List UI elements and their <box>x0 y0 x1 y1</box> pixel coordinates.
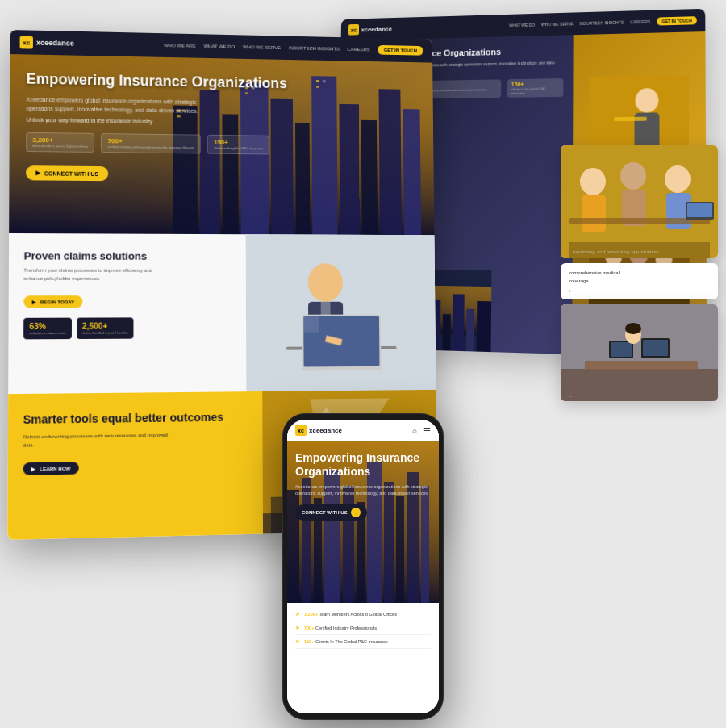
connect-arrow-icon: ▶ <box>35 169 40 176</box>
right-side-panels: mentoring, and networking opportunities … <box>561 145 718 401</box>
mobile-outer: xc xceedance ⌕ ☰ <box>282 413 444 720</box>
mobile-device: xc xceedance ⌕ ☰ <box>282 413 444 720</box>
back-get-in-touch-btn[interactable]: GET IN TOUCH <box>657 16 696 25</box>
mobile-connect-arrow-icon: → <box>351 508 361 517</box>
front-hero: Empowering Insurance Organizations Xceed… <box>9 54 434 235</box>
claims-text: Transform your claims processes to impro… <box>23 267 155 283</box>
learn-how-btn[interactable]: ▶ LEARN HOW <box>23 462 78 476</box>
front-stat-3: 150+ clients in the global P&C insurance <box>207 135 269 155</box>
back-nav-items: WHAT WE DO WHO WE SERVE INSURTECH INSIGH… <box>509 16 697 29</box>
mobile-connect-label: CONNECT WITH US <box>302 510 348 515</box>
claims-stat-handled: 2,500+ claims handled in just 2 months <box>77 318 134 340</box>
svg-rect-55 <box>303 316 319 333</box>
tools-left: Smarter tools equal better outcomes Reth… <box>7 391 263 540</box>
mobile-hero-title: Empowering Insurance Organizations <box>295 451 431 479</box>
front-stat-2: 700+ certified industry professionals ac… <box>101 133 201 154</box>
right-panel-meeting: mentoring, and networking opportunities <box>561 145 718 258</box>
front-nav-items: WHO WE ARE WHAT WE DO WHO WE SERVE INSUR… <box>164 43 369 52</box>
professionals-svg <box>589 75 689 149</box>
svg-point-87 <box>620 162 646 190</box>
front-nav-whatwedo[interactable]: WHAT WE DO <box>204 44 236 49</box>
claims-right-image <box>246 234 436 391</box>
front-nav-whoweare[interactable]: WHO WE ARE <box>164 43 196 48</box>
mobile-search-icon[interactable]: ⌕ <box>412 426 417 435</box>
claims-stat-reduction: 63% reduction in claims costs <box>23 318 71 340</box>
back-logo-text: xceedance <box>361 25 392 33</box>
svg-point-89 <box>665 165 691 193</box>
front-nav-whoweserve[interactable]: WHO WE SERVE <box>243 44 281 50</box>
back-nav-careers[interactable]: CAREERS <box>630 19 650 25</box>
svg-point-49 <box>308 263 343 302</box>
svg-rect-98 <box>561 369 718 401</box>
front-stat-1: 3,200+ team members across 8 global offi… <box>26 132 94 153</box>
front-hero-tagline: Unlock your way forward in the insurance… <box>26 117 418 128</box>
mobile-logo: xc xceedance <box>295 425 342 436</box>
svg-rect-10 <box>443 314 451 351</box>
front-logo-text: xceedance <box>36 39 74 48</box>
front-hero-content: Empowering Insurance Organizations Xceed… <box>26 70 419 183</box>
claims-left: Proven claims solutions Transform your c… <box>8 233 246 394</box>
right-panel-text-content: comprehensive medicalcoverage <box>569 270 710 285</box>
back-nav-whoweserve[interactable]: WHO WE SERVE <box>541 21 574 27</box>
mobile-screen: xc xceedance ⌕ ☰ <box>287 420 439 713</box>
front-logo: xc xceedance <box>20 36 74 49</box>
svg-rect-99 <box>585 361 698 370</box>
front-get-in-touch-btn[interactable]: GET IN TOUCH <box>378 45 423 56</box>
mobile-stat-row-1: ➤ 3,200+ Team Members Across 8 Global Of… <box>295 608 431 621</box>
claims-laptop-img <box>246 234 436 391</box>
svg-rect-11 <box>453 294 464 351</box>
scene: xc xceedance WHAT WE DO WHO WE SERVE INS… <box>0 0 726 728</box>
front-hero-stats: 3,200+ team members across 8 global offi… <box>26 132 418 157</box>
mobile-menu-icon[interactable]: ☰ <box>424 426 431 435</box>
right-office-svg: ... <box>561 304 718 401</box>
svg-line-56 <box>326 338 342 342</box>
mobile-stat-text-2: 700+ Certified Industry Professionals <box>304 625 377 630</box>
front-claims: Proven claims solutions Transform your c… <box>8 233 436 394</box>
svg-text:mentoring, and networking oppo: mentoring, and networking opportunities <box>573 249 659 254</box>
tools-text: Rethink underwriting processes with new … <box>23 432 173 450</box>
svg-rect-13 <box>477 301 491 352</box>
mobile-stat-text-1: 3,200+ Team Members Across 8 Global Offi… <box>304 612 397 617</box>
tools-title: Smarter tools equal better outcomes <box>23 409 248 427</box>
mobile-stats: ➤ 3,200+ Team Members Across 8 Global Of… <box>287 603 439 713</box>
mobile-hero: Empowering Insurance Organizations Xceed… <box>287 441 439 603</box>
svg-text:...: ... <box>569 393 572 398</box>
svg-rect-12 <box>466 309 474 352</box>
mobile-stat-arrow-1: ➤ <box>295 611 300 617</box>
mobile-stat-text-3: 150+ Clients In The Global P&C Insurance <box>304 639 388 644</box>
laptop-person-svg <box>246 234 436 391</box>
right-meeting-svg: mentoring, and networking opportunities <box>561 145 718 258</box>
svg-rect-17 <box>614 117 647 121</box>
front-nav-careers[interactable]: CAREERS <box>348 47 370 52</box>
back-logo-icon: xc <box>348 24 359 36</box>
right-panel-subtext: s <box>569 288 710 293</box>
claims-stats: 63% reduction in claims costs 2,500+ cla… <box>23 317 232 339</box>
back-stat-3: 150+ clients in the global P&C insurance <box>507 78 564 98</box>
svg-rect-101 <box>611 342 632 357</box>
svg-rect-103 <box>643 340 668 356</box>
mobile-stat-row-2: ➤ 700+ Certified Industry Professionals <box>295 621 431 635</box>
mobile-hero-text: Xceedance empowers global insurance orga… <box>295 483 431 497</box>
svg-rect-86 <box>582 195 606 232</box>
mobile-connect-btn[interactable]: CONNECT WITH US → <box>295 504 367 521</box>
mobile-stat-row-3: ➤ 150+ Clients In The Global P&C Insuran… <box>295 635 431 649</box>
right-panel-text: comprehensive medicalcoverage s <box>561 263 718 299</box>
back-nav-whatwedo[interactable]: WHAT WE DO <box>509 23 535 28</box>
begin-today-btn[interactable]: ▶ BEGIN TODAY <box>23 295 82 308</box>
mobile-logo-text: xceedance <box>309 427 342 434</box>
mobile-hero-content: Empowering Insurance Organizations Xceed… <box>295 451 431 521</box>
front-connect-btn[interactable]: ▶ CONNECT WITH US <box>26 165 108 181</box>
svg-point-105 <box>625 323 641 334</box>
right-panel-office: ... <box>561 304 718 401</box>
front-logo-icon: xc <box>20 36 33 48</box>
svg-point-85 <box>580 168 606 195</box>
back-nav-insurtech[interactable]: INSURTECH INSIGHTS <box>580 20 624 26</box>
mobile-stat-arrow-3: ➤ <box>295 638 300 645</box>
claims-title: Proven claims solutions <box>24 249 232 262</box>
mobile-stat-arrow-2: ➤ <box>295 625 300 631</box>
svg-rect-93 <box>687 203 712 217</box>
mobile-nav: xc xceedance ⌕ ☰ <box>287 420 439 441</box>
mobile-nav-icons: ⌕ ☰ <box>412 426 431 435</box>
front-nav-insurtech[interactable]: INSURTECH INSIGHTS <box>289 45 340 51</box>
svg-rect-68 <box>271 497 283 540</box>
